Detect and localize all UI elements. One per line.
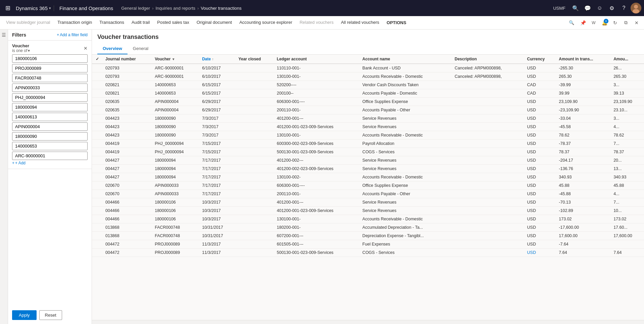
- cell-ledger-account: 130100-001-: [274, 215, 360, 223]
- pin-icon-btn[interactable]: 📌: [578, 18, 588, 28]
- col-amount-in-trans[interactable]: Amount in trans...: [556, 55, 611, 64]
- cell-year-closed: [236, 64, 274, 72]
- col-check[interactable]: ✓: [92, 55, 103, 64]
- table-row[interactable]: 0044271800000947/17/2017401200-002---Ser…: [92, 156, 644, 165]
- table-row[interactable]: 020670APIN0000337/17/2017200110-001-Acco…: [92, 190, 644, 198]
- filter-value-input[interactable]: [12, 54, 88, 63]
- breadcrumb-item-2[interactable]: Inquiries and reports: [156, 6, 196, 11]
- cell-amount: 340.93: [611, 173, 644, 181]
- search-icon-btn[interactable]: 🔍: [570, 3, 581, 13]
- tab-general[interactable]: General: [128, 43, 154, 54]
- table-row[interactable]: 020635APIN0000046/29/2017200110-001-Acco…: [92, 106, 644, 114]
- nav-options[interactable]: OPTIONS: [383, 16, 410, 30]
- table-row[interactable]: 013868FACR00074810/31/2017607200-001---D…: [92, 232, 644, 240]
- user-avatar[interactable]: [631, 3, 641, 13]
- filter-value-input[interactable]: [12, 142, 88, 150]
- table-row[interactable]: 0044231800000907/3/2017130100-001-Accoun…: [92, 131, 644, 140]
- sidebar-toggle[interactable]: ☰: [0, 30, 8, 324]
- table-row[interactable]: 00446618000010610/3/2017401200-001-023-0…: [92, 207, 644, 215]
- cell-amount: 265.30: [611, 72, 644, 81]
- cell-amount: 23.10...: [611, 106, 644, 114]
- table-row[interactable]: 00446618000010610/3/2017130100-001-Accou…: [92, 215, 644, 223]
- filter-value-input[interactable]: [12, 132, 88, 141]
- table-row[interactable]: 004472PROJ00008911/3/2017601505-001---Fu…: [92, 240, 644, 249]
- brand-chevron-icon[interactable]: ▾: [49, 6, 51, 10]
- nav-search-icon[interactable]: 🔍: [567, 18, 576, 28]
- col-journal-number[interactable]: Journal number: [103, 55, 152, 64]
- cell-check: [92, 223, 103, 232]
- col-description[interactable]: Description: [452, 55, 525, 64]
- table-row[interactable]: 004472PROJ00008911/3/2017500130-001-023-…: [92, 249, 644, 257]
- tab-overview[interactable]: Overview: [97, 43, 128, 54]
- table-row[interactable]: 0208211400006536/15/2017520200----Vendor…: [92, 81, 644, 89]
- cell-date: 7/17/2017: [199, 156, 236, 165]
- cell-year-closed: [236, 98, 274, 106]
- cell-currency: USD: [525, 156, 556, 165]
- reset-button[interactable]: Reset: [39, 310, 62, 320]
- add-filter-button[interactable]: + Add a filter field: [57, 33, 88, 37]
- table-row[interactable]: 0044231800000907/3/2017401200-001-023-00…: [92, 123, 644, 131]
- col-amount[interactable]: Amou...: [611, 55, 644, 64]
- notification-icon-btn[interactable]: 🔔 0: [600, 18, 609, 28]
- filter-condition[interactable]: is one of ▾: [12, 48, 30, 53]
- col-year-closed[interactable]: Year closed: [236, 55, 274, 64]
- table-row[interactable]: 020635APIN0000046/29/2017606300-001----O…: [92, 98, 644, 106]
- filter-value-input[interactable]: [12, 74, 88, 82]
- close-icon-btn[interactable]: ✕: [632, 18, 641, 28]
- help-icon-btn[interactable]: ?: [618, 3, 629, 13]
- filter-value-input[interactable]: [12, 122, 88, 131]
- table-row[interactable]: 004419PHJ_000000947/15/2017500130-001-02…: [92, 148, 644, 156]
- table-row[interactable]: 0208211400006536/15/2017200100--Accounts…: [92, 89, 644, 98]
- col-date[interactable]: Date ↑: [199, 55, 236, 64]
- table-row[interactable]: 020670APIN0000337/17/2017606300-001----O…: [92, 181, 644, 190]
- col-voucher[interactable]: Voucher ▼: [152, 55, 199, 64]
- nav-posted-sales-tax[interactable]: Posted sales tax: [154, 16, 192, 30]
- cell-voucher: PROJ000089: [152, 249, 199, 257]
- nav-audit-trail[interactable]: Audit trail: [128, 16, 153, 30]
- nav-accounting-source[interactable]: Accounting source explorer: [236, 16, 296, 30]
- add-value-button[interactable]: + + Add: [12, 160, 88, 166]
- table-row[interactable]: 020793ARC-900000016/10/2017130100-001-Ac…: [92, 72, 644, 81]
- col-ledger-account[interactable]: Ledger account: [274, 55, 360, 64]
- brand-area: Dynamics 365 ▾: [16, 5, 51, 11]
- filter-value-input[interactable]: [12, 93, 88, 102]
- nav-transactions[interactable]: Transactions: [96, 16, 128, 30]
- cell-amount-in-trans: -17,600.00: [556, 223, 611, 232]
- table-row[interactable]: 0044231800000907/3/2017401200-001---Serv…: [92, 114, 644, 123]
- app-grid-button[interactable]: ⊞: [3, 3, 13, 13]
- chat-icon-btn[interactable]: 💬: [582, 3, 593, 13]
- filter-value-input[interactable]: [12, 113, 88, 121]
- col-currency[interactable]: Currency: [525, 55, 556, 64]
- cell-description: [452, 165, 525, 173]
- table-container[interactable]: ✓ Journal number Voucher ▼ Date ↑ Year c…: [92, 55, 644, 320]
- filter-close-icon[interactable]: ✕: [84, 46, 88, 51]
- filter-value-input[interactable]: [12, 152, 88, 160]
- table-row[interactable]: 0044271800000947/17/2017401200-002-023-0…: [92, 165, 644, 173]
- office-icon-btn[interactable]: W: [589, 18, 598, 28]
- main-layout: ☰ Filters + Add a filter field Voucher i…: [0, 30, 644, 324]
- smiley-icon-btn[interactable]: ☺: [594, 3, 605, 13]
- col-account-name[interactable]: Account name: [360, 55, 452, 64]
- cell-date: 6/10/2017: [199, 72, 236, 81]
- settings-icon-btn[interactable]: ⚙: [606, 3, 617, 13]
- apply-button[interactable]: Apply: [12, 310, 37, 320]
- table-row[interactable]: 013868FACR00074810/31/2017180200-001-Acc…: [92, 223, 644, 232]
- table-row[interactable]: 0044271800000947/17/2017130100-002-Accou…: [92, 173, 644, 181]
- horizontal-scrollbar[interactable]: [92, 320, 644, 324]
- table-row[interactable]: 004419PHJ_000000947/15/2017600300-002-02…: [92, 140, 644, 148]
- nav-all-related-vouchers[interactable]: All related vouchers: [338, 16, 383, 30]
- table-row[interactable]: 00446618000010610/3/2017401200-001---Ser…: [92, 198, 644, 207]
- table-row[interactable]: 020793ARC-900000016/10/2017110110-001-Ba…: [92, 64, 644, 72]
- filter-value-input[interactable]: [12, 64, 88, 72]
- breadcrumb-item-1[interactable]: General ledger: [121, 6, 150, 11]
- nav-original-document[interactable]: Original document: [193, 16, 236, 30]
- refresh-icon-btn[interactable]: ↻: [610, 18, 620, 28]
- filter-values-list: [12, 54, 88, 160]
- cell-ledger-account: 606300-001----: [274, 98, 360, 106]
- filter-field-info: Voucher is one of ▾: [12, 43, 30, 53]
- cell-currency: USD: [525, 98, 556, 106]
- filter-value-input[interactable]: [12, 84, 88, 92]
- restore-icon-btn[interactable]: ⧉: [621, 18, 631, 28]
- filter-value-input[interactable]: [12, 103, 88, 111]
- nav-transaction-origin[interactable]: Transaction origin: [54, 16, 95, 30]
